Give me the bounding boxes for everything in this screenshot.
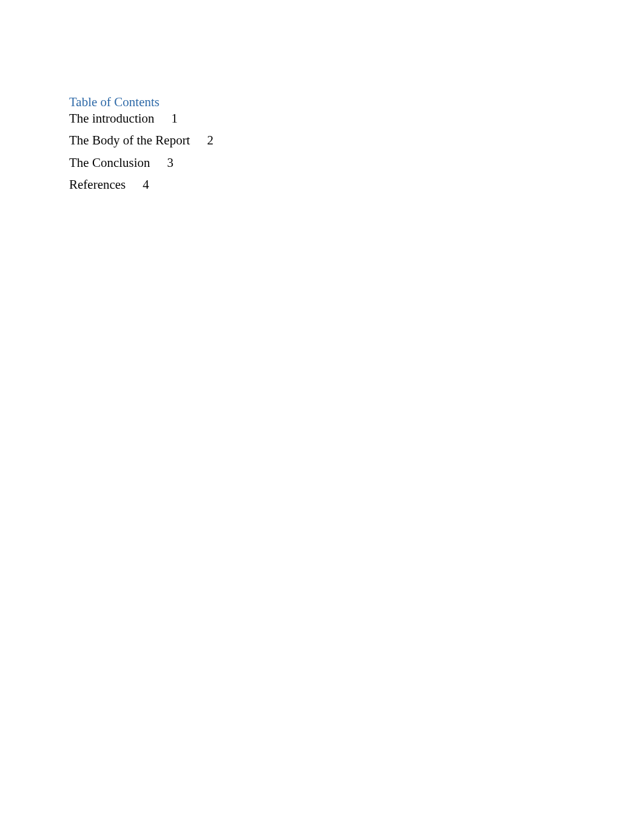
toc-list: The introduction 1 The Body of the Repor… [69, 111, 644, 196]
toc-entry-page: 3 [167, 155, 174, 171]
document-page: Table of Contents The introduction 1 The… [0, 0, 644, 196]
toc-entry-title: The Body of the Report [69, 133, 190, 148]
toc-entry-title: The Conclusion [69, 155, 150, 171]
toc-entry-page: 2 [207, 133, 213, 148]
toc-entry-title: References [69, 177, 126, 192]
toc-entry: The Conclusion 3 [69, 152, 644, 174]
toc-entry-page: 4 [143, 177, 149, 192]
toc-entry-page: 1 [172, 111, 178, 126]
toc-entry: The introduction 1 [69, 111, 644, 130]
toc-heading: Table of Contents [69, 95, 644, 110]
toc-entry: The Body of the Report 2 [69, 130, 644, 152]
toc-entry-title: The introduction [69, 111, 155, 126]
toc-entry: References 4 [69, 174, 644, 196]
